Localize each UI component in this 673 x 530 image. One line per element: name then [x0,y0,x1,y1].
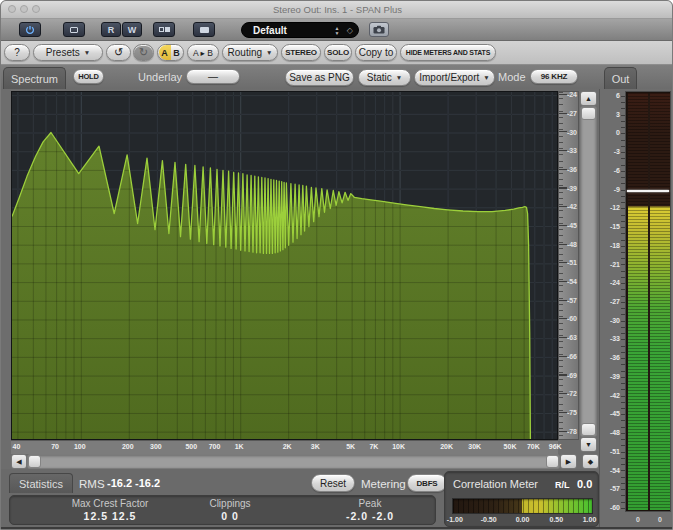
freq-tick-label: 5K [346,443,355,450]
meter-tick-label: -51 [600,448,620,455]
presets-button[interactable]: Presets ▼ [33,44,103,61]
h-scroll-handle-left[interactable] [28,455,41,468]
output-meter[interactable]: 0 0 [625,91,671,512]
redo-button[interactable]: ↻ [133,44,154,61]
editor-window-button[interactable] [193,22,215,37]
meter-tick-label: -36 [600,354,620,361]
rms-value-right: -16.2 [135,477,160,489]
preset-name: Default [253,25,287,36]
chevron-down-icon: ▼ [266,49,272,56]
horizontal-scrollbar[interactable]: ◀ ▶ [11,454,577,469]
ab-session-toggle[interactable]: A B [157,44,184,61]
clippings-label: Clippings [180,498,280,509]
reset-button[interactable]: Reset [311,474,355,492]
editor-icon [200,27,209,33]
correlation-tick-label: -1.00 [447,516,463,523]
session-a-button[interactable]: A [159,45,171,60]
meter-tick-label: -42 [600,392,620,399]
freq-tick-label: 7K [369,443,378,450]
copy-a-to-b-button[interactable]: A ▸ B [187,44,219,61]
meter-tick-label: -15 [600,223,620,230]
solo-button[interactable]: SOLO [324,44,352,61]
peak-label: Peak [335,498,405,509]
stereo-mode-button[interactable]: STEREO [281,44,321,61]
tab-statistics[interactable]: Statistics [9,473,73,493]
hide-meters-stats-button[interactable]: HIDE METERS AND STATS [400,44,496,61]
underlay-label: Underlay [138,71,182,83]
zoom-reset-button[interactable]: ◆ [582,454,599,469]
db-major-ticks [559,94,567,441]
db-tick-label: -75 [567,409,577,416]
correlation-segments [453,499,592,513]
tab-out[interactable]: Out [604,67,637,89]
meter-tick-label: -39 [600,373,620,380]
db-tick-label: -54 [567,278,577,285]
correlation-meter-panel: Correlation Meter R/L 0.0 -1.00-0.500.00… [444,471,599,527]
copy-to-button[interactable]: Copy to [355,44,397,61]
output-meter-panel: 0 0 630-3-6-9-12-15-18-21-24-27-30-33-36… [599,89,673,527]
scroll-left-button[interactable]: ◀ [11,454,27,469]
freq-tick-label: 50K [504,443,517,450]
session-b-button[interactable]: B [171,48,183,58]
undo-button[interactable]: ↺ [106,44,131,61]
routing-label: Routing [228,47,262,58]
tab-spectrum[interactable]: Spectrum [3,67,66,89]
meter-segments [628,93,648,510]
meter-tick-label: -21 [600,261,620,268]
preset-spinner-icons[interactable]: ▲▼ [333,24,341,38]
correlation-bar [452,498,593,514]
scroll-down-button[interactable]: ▼ [580,437,597,452]
meter-tick-label: -54 [600,467,620,474]
meter-tick-label: -57 [600,485,620,492]
metering-mode-button[interactable]: DBFS [407,474,447,492]
freq-tick-label: 700 [209,443,221,450]
db-tick-label: -36 [567,166,577,173]
meter-tick-label: -3 [600,148,620,155]
db-tick-label: -24 [567,91,577,98]
plugin-activate-button[interactable] [19,22,41,37]
snapshot-button[interactable] [369,22,389,37]
clip-count-left: 0 [628,516,648,523]
correlation-tick-label: 0.50 [550,516,564,523]
import-export-button[interactable]: Import/Export ▼ [414,69,495,86]
window-title: Stereo Out: Ins. 1 - SPAN Plus [1,4,673,15]
preset-menu-icon[interactable]: ◇ [347,26,353,35]
mode-value-button[interactable]: 96 KHZ [530,69,578,84]
db-tick-label: -30 [567,129,577,136]
vertical-scrollbar[interactable]: ▲ ▼ [580,91,597,452]
db-tick-label: -33 [567,147,577,154]
meter-tick-label: -60 [600,504,620,511]
frequency-axis: 40701002003005007001K2K3K5K7K10K20K30K50… [11,440,558,454]
write-automation-button[interactable]: W [122,22,142,37]
static-mode-button[interactable]: Static ▼ [358,69,411,86]
db-tick-label: -39 [567,185,577,192]
clip-count-right: 0 [650,516,670,523]
routing-button[interactable]: Routing ▼ [222,44,278,61]
correlation-value: 0.0 [577,478,592,490]
db-tick-label: -57 [567,297,577,304]
freq-tick-label: 100 [74,443,86,450]
save-as-png-button[interactable]: Save as PNG [285,69,354,86]
hold-button[interactable]: HOLD [73,69,104,84]
h-scroll-track[interactable] [27,454,560,469]
h-scroll-handle-right[interactable] [546,455,559,468]
ab-compare-button[interactable] [153,22,175,37]
correlation-meter-label: Correlation Meter [453,478,538,490]
help-button[interactable]: ? [4,44,30,61]
v-scroll-handle-bottom[interactable] [581,423,596,436]
meter-tick-label: 6 [600,92,620,99]
bypass-button[interactable] [63,22,85,37]
presets-label: Presets [46,47,80,58]
scroll-right-button[interactable]: ▶ [560,454,577,469]
spectrum-plot[interactable] [11,91,558,440]
v-scroll-track[interactable] [580,106,597,437]
correlation-tick-label: -0.50 [481,516,497,523]
underlay-selector-button[interactable]: — [186,69,240,84]
scroll-up-button[interactable]: ▲ [580,91,597,106]
read-automation-button[interactable]: R [101,22,121,37]
meter-tick-label: -9 [600,186,620,193]
v-scroll-handle-top[interactable] [581,107,596,120]
meter-tick-label: -27 [600,298,620,305]
preset-selector[interactable]: Default ▲▼ ◇ [241,22,359,38]
db-tick-label: -69 [567,372,577,379]
